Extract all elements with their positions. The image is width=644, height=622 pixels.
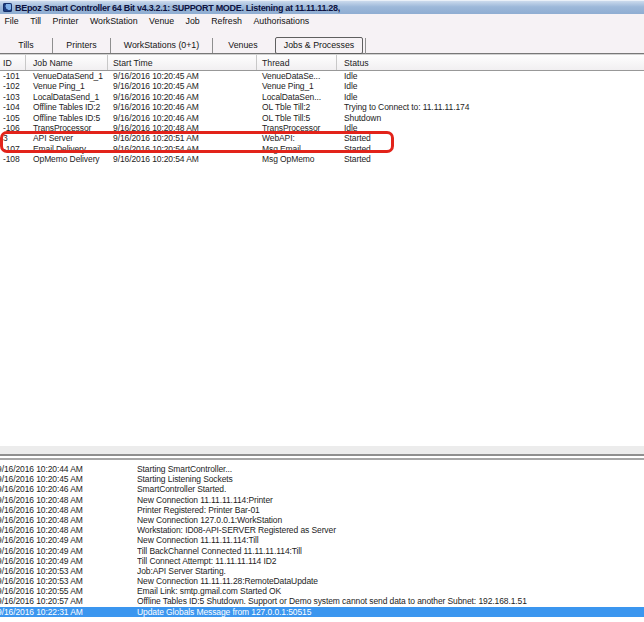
log-row[interactable]: 9/16/2016 10:20:49 AM Till BackChannel C… <box>0 546 644 556</box>
job-thread-cell: VenueDataSe... <box>257 71 337 81</box>
job-thread-cell: OL Tble Till:2 <box>257 102 337 112</box>
menu-item-printer[interactable]: Printer <box>48 14 83 26</box>
header-cell-id[interactable]: ID <box>0 55 26 70</box>
job-status-cell: Trying to Connect to: 11.11.11.174 <box>337 102 644 112</box>
job-status-cell: Started <box>337 133 644 143</box>
log-message: Email Link: smtp.gmail.com Started OK <box>137 586 644 596</box>
job-row-107[interactable]: -107 Email Delivery 9/16/2016 10:20:54 A… <box>0 144 644 154</box>
log-row[interactable]: 9/16/2016 10:20:48 AM New Connection 11.… <box>0 495 644 505</box>
header-cell-status[interactable]: Status <box>337 55 644 70</box>
tab-label: Tills <box>18 40 33 50</box>
log-message: New Connection 11.11.11.28:RemoteDataUpd… <box>137 576 644 586</box>
log-row[interactable]: 9/16/2016 10:20:48 AM New Connection 127… <box>0 515 644 525</box>
log-message: Workstation: ID08-API-SERVER Registered … <box>137 525 644 535</box>
tab-venues[interactable]: Venues <box>213 38 273 53</box>
job-status-cell: Started <box>337 144 644 154</box>
log-row[interactable]: 9/16/2016 10:20:46 AM SmartController St… <box>0 484 644 494</box>
menu-item-venue[interactable]: Venue <box>145 14 179 26</box>
log-row[interactable]: 9/16/2016 10:20:55 AM Email Link: smtp.g… <box>0 586 644 596</box>
log-message: Starting SmartController... <box>137 464 644 474</box>
job-start-time-cell: 9/16/2016 10:20:46 AM <box>108 92 257 102</box>
log-timestamp: 9/16/2016 10:20:48 AM <box>0 505 137 515</box>
tab-tills[interactable]: Tills <box>0 38 53 53</box>
log-message: SmartController Started. <box>137 484 644 494</box>
tab-workstations-0-1[interactable]: WorkStations (0+1) <box>111 38 213 53</box>
job-thread-cell: Msg Email <box>257 144 337 154</box>
job-name-cell: TransProcessor <box>26 123 108 133</box>
job-row-106[interactable]: -106 TransProcessor 9/16/2016 10:20:48 A… <box>0 123 644 133</box>
log-row[interactable]: 9/16/2016 10:20:44 AM Starting SmartCont… <box>0 464 644 474</box>
header-cell-start-time[interactable]: Start Time <box>108 55 257 70</box>
log-timestamp: 9/16/2016 10:20:49 AM <box>0 546 137 556</box>
tab-printers[interactable]: Printers <box>53 38 111 53</box>
log-row[interactable]: 9/16/2016 10:20:48 AM Printer Registered… <box>0 505 644 515</box>
log-message: Printer Registered: Printer Bar-01 <box>137 505 644 515</box>
log-row[interactable]: 9/16/2016 10:20:49 AM Till Connect Attem… <box>0 556 644 566</box>
log-row[interactable]: 9/16/2016 10:20:53 AM New Connection 11.… <box>0 576 644 586</box>
event-log-pane: 9/16/2016 10:20:44 AM Starting SmartCont… <box>0 462 644 622</box>
jobs-table-header: ID Job Name Start Time Thread Status <box>0 54 644 71</box>
job-name-cell: Offline Tables ID:2 <box>26 102 108 112</box>
job-row-101[interactable]: -101 VenueDataSend_1 9/16/2016 10:20:45 … <box>0 71 644 81</box>
splitter[interactable] <box>0 446 644 456</box>
job-start-time-cell: 9/16/2016 10:20:45 AM <box>108 81 257 91</box>
menu-item-refresh[interactable]: Refresh <box>207 14 247 26</box>
job-start-time-cell: 9/16/2016 10:20:48 AM <box>108 123 257 133</box>
tab-label: WorkStations (0+1) <box>124 40 199 50</box>
log-row[interactable]: 9/16/2016 10:20:53 AM Job:API Server Sta… <box>0 566 644 576</box>
job-thread-cell: TransProcessor <box>257 123 337 133</box>
log-message: Starting Listening Sockets <box>137 474 644 484</box>
job-row-102[interactable]: -102 Venue Ping_1 9/16/2016 10:20:45 AM … <box>0 81 644 91</box>
job-name-cell: Email Delivery <box>26 144 108 154</box>
job-name-cell: OpMemo Delivery <box>26 154 108 164</box>
log-message: Offline Tables ID:5 Shutdown. Support or… <box>137 596 644 606</box>
job-start-time-cell: 9/16/2016 10:20:45 AM <box>108 71 257 81</box>
job-id-cell: 3 <box>0 133 26 143</box>
log-row[interactable]: 9/16/2016 10:20:45 AM Starting Listening… <box>0 474 644 484</box>
log-timestamp: 9/16/2016 10:20:48 AM <box>0 525 137 535</box>
job-id-cell: -102 <box>0 81 26 91</box>
job-thread-cell: WebAPI: <box>257 133 337 143</box>
job-row-103[interactable]: -103 LocalDataSend_1 9/16/2016 10:20:46 … <box>0 92 644 102</box>
job-row-108[interactable]: -108 OpMemo Delivery 9/16/2016 10:20:54 … <box>0 154 644 164</box>
job-row-104[interactable]: -104 Offline Tables ID:2 9/16/2016 10:20… <box>0 102 644 112</box>
job-id-cell: -105 <box>0 113 26 123</box>
job-thread-cell: OL Tble Till:5 <box>257 113 337 123</box>
log-message: New Connection 11.11.11.114:Printer <box>137 495 644 505</box>
log-timestamp: 9/16/2016 10:20:53 AM <box>0 576 137 586</box>
log-timestamp: 9/16/2016 10:20:49 AM <box>0 556 137 566</box>
job-start-time-cell: 9/16/2016 10:20:54 AM <box>108 154 257 164</box>
log-message: Job:API Server Starting. <box>137 566 644 576</box>
menu-item-file[interactable]: File <box>0 14 23 26</box>
log-message: Update Globals Message from 127.0.0.1:50… <box>137 607 644 617</box>
job-thread-cell: Msg OpMemo <box>257 154 337 164</box>
job-row-105[interactable]: -105 Offline Tables ID:5 9/16/2016 10:20… <box>0 113 644 123</box>
job-thread-cell: Venue Ping_1 <box>257 81 337 91</box>
menu-item-authorisations[interactable]: Authorisations <box>249 14 314 26</box>
menu-item-workstation[interactable]: WorkStation <box>85 14 142 26</box>
menu-item-till[interactable]: Till <box>26 14 46 26</box>
tab-jobs-processes[interactable]: Jobs & Processes <box>275 37 363 54</box>
title-bar[interactable]: BEpoz Smart Controller 64 Bit v4.3.2.1: … <box>0 0 644 14</box>
header-cell-thread[interactable]: Thread <box>257 55 337 70</box>
log-row[interactable]: 9/16/2016 10:20:57 AM Offline Tables ID:… <box>0 596 644 606</box>
tab-label: Printers <box>66 40 96 50</box>
menu-item-job[interactable]: Job <box>181 14 204 26</box>
log-timestamp: 9/16/2016 10:20:49 AM <box>0 535 137 545</box>
log-row[interactable]: 9/16/2016 10:22:31 AM Update Globals Mes… <box>0 607 644 617</box>
log-row[interactable]: 9/16/2016 10:20:48 AM Workstation: ID08-… <box>0 525 644 535</box>
job-name-cell: Offline Tables ID:5 <box>26 113 108 123</box>
log-row[interactable]: 9/16/2016 10:20:49 AM New Connection 11.… <box>0 535 644 545</box>
splitter-groove <box>0 458 644 460</box>
job-name-cell: API Server <box>26 133 108 143</box>
job-id-cell: -107 <box>0 144 26 154</box>
log-timestamp: 9/16/2016 10:20:53 AM <box>0 566 137 576</box>
job-status-cell: Idle <box>337 92 644 102</box>
job-id-cell: -106 <box>0 123 26 133</box>
job-row-3[interactable]: 3 API Server 9/16/2016 10:20:51 AM WebAP… <box>0 133 644 143</box>
job-status-cell: Idle <box>337 123 644 133</box>
header-cell-job-name[interactable]: Job Name <box>26 55 108 70</box>
job-name-cell: Venue Ping_1 <box>26 81 108 91</box>
log-timestamp: 9/16/2016 10:20:44 AM <box>0 464 137 474</box>
job-start-time-cell: 9/16/2016 10:20:46 AM <box>108 102 257 112</box>
